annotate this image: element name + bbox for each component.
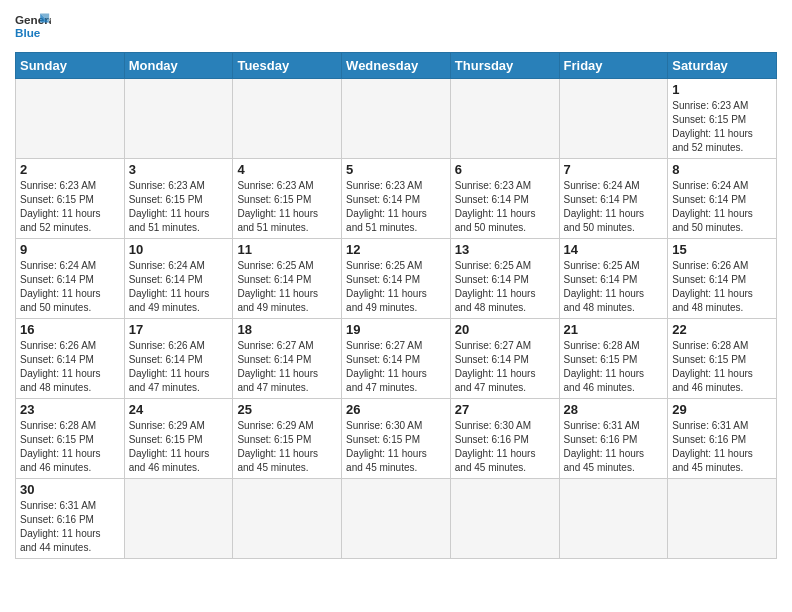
day-info: Sunrise: 6:23 AMSunset: 6:15 PMDaylight:… [129, 179, 229, 235]
day-number: 10 [129, 242, 229, 257]
day-info: Sunrise: 6:28 AMSunset: 6:15 PMDaylight:… [20, 419, 120, 475]
day-info: Sunrise: 6:24 AMSunset: 6:14 PMDaylight:… [129, 259, 229, 315]
calendar-cell: 22Sunrise: 6:28 AMSunset: 6:15 PMDayligh… [668, 319, 777, 399]
day-number: 20 [455, 322, 555, 337]
day-info: Sunrise: 6:24 AMSunset: 6:14 PMDaylight:… [564, 179, 664, 235]
day-info: Sunrise: 6:30 AMSunset: 6:16 PMDaylight:… [455, 419, 555, 475]
logo: General Blue [15, 10, 51, 46]
day-number: 2 [20, 162, 120, 177]
calendar-cell: 1Sunrise: 6:23 AMSunset: 6:15 PMDaylight… [668, 79, 777, 159]
calendar-cell [124, 79, 233, 159]
day-number: 17 [129, 322, 229, 337]
calendar-cell: 10Sunrise: 6:24 AMSunset: 6:14 PMDayligh… [124, 239, 233, 319]
day-number: 18 [237, 322, 337, 337]
calendar-week-4: 16Sunrise: 6:26 AMSunset: 6:14 PMDayligh… [16, 319, 777, 399]
calendar-cell: 13Sunrise: 6:25 AMSunset: 6:14 PMDayligh… [450, 239, 559, 319]
day-number: 24 [129, 402, 229, 417]
day-info: Sunrise: 6:29 AMSunset: 6:15 PMDaylight:… [129, 419, 229, 475]
day-info: Sunrise: 6:24 AMSunset: 6:14 PMDaylight:… [20, 259, 120, 315]
day-header-sunday: Sunday [16, 53, 125, 79]
day-number: 25 [237, 402, 337, 417]
calendar-cell: 29Sunrise: 6:31 AMSunset: 6:16 PMDayligh… [668, 399, 777, 479]
calendar-cell: 6Sunrise: 6:23 AMSunset: 6:14 PMDaylight… [450, 159, 559, 239]
day-info: Sunrise: 6:30 AMSunset: 6:15 PMDaylight:… [346, 419, 446, 475]
day-info: Sunrise: 6:24 AMSunset: 6:14 PMDaylight:… [672, 179, 772, 235]
day-number: 3 [129, 162, 229, 177]
day-header-tuesday: Tuesday [233, 53, 342, 79]
calendar-cell [450, 79, 559, 159]
day-number: 4 [237, 162, 337, 177]
day-info: Sunrise: 6:23 AMSunset: 6:15 PMDaylight:… [672, 99, 772, 155]
day-info: Sunrise: 6:23 AMSunset: 6:15 PMDaylight:… [237, 179, 337, 235]
day-header-friday: Friday [559, 53, 668, 79]
calendar-cell: 28Sunrise: 6:31 AMSunset: 6:16 PMDayligh… [559, 399, 668, 479]
calendar-cell: 7Sunrise: 6:24 AMSunset: 6:14 PMDaylight… [559, 159, 668, 239]
calendar-week-5: 23Sunrise: 6:28 AMSunset: 6:15 PMDayligh… [16, 399, 777, 479]
calendar-cell: 24Sunrise: 6:29 AMSunset: 6:15 PMDayligh… [124, 399, 233, 479]
calendar-cell: 21Sunrise: 6:28 AMSunset: 6:15 PMDayligh… [559, 319, 668, 399]
day-number: 6 [455, 162, 555, 177]
day-number: 23 [20, 402, 120, 417]
day-number: 27 [455, 402, 555, 417]
day-number: 14 [564, 242, 664, 257]
day-number: 8 [672, 162, 772, 177]
day-header-thursday: Thursday [450, 53, 559, 79]
calendar-cell: 17Sunrise: 6:26 AMSunset: 6:14 PMDayligh… [124, 319, 233, 399]
calendar-cell: 12Sunrise: 6:25 AMSunset: 6:14 PMDayligh… [342, 239, 451, 319]
logo-icon: General Blue [15, 10, 51, 46]
day-header-wednesday: Wednesday [342, 53, 451, 79]
day-info: Sunrise: 6:23 AMSunset: 6:14 PMDaylight:… [346, 179, 446, 235]
header: General Blue [15, 10, 777, 46]
calendar-cell [559, 479, 668, 559]
calendar-header-row: SundayMondayTuesdayWednesdayThursdayFrid… [16, 53, 777, 79]
day-number: 5 [346, 162, 446, 177]
day-info: Sunrise: 6:23 AMSunset: 6:14 PMDaylight:… [455, 179, 555, 235]
calendar-cell: 11Sunrise: 6:25 AMSunset: 6:14 PMDayligh… [233, 239, 342, 319]
svg-text:Blue: Blue [15, 26, 41, 39]
day-info: Sunrise: 6:26 AMSunset: 6:14 PMDaylight:… [129, 339, 229, 395]
day-number: 19 [346, 322, 446, 337]
day-number: 13 [455, 242, 555, 257]
calendar-cell: 23Sunrise: 6:28 AMSunset: 6:15 PMDayligh… [16, 399, 125, 479]
day-info: Sunrise: 6:31 AMSunset: 6:16 PMDaylight:… [672, 419, 772, 475]
day-info: Sunrise: 6:28 AMSunset: 6:15 PMDaylight:… [672, 339, 772, 395]
calendar-cell: 25Sunrise: 6:29 AMSunset: 6:15 PMDayligh… [233, 399, 342, 479]
calendar-cell: 14Sunrise: 6:25 AMSunset: 6:14 PMDayligh… [559, 239, 668, 319]
day-info: Sunrise: 6:31 AMSunset: 6:16 PMDaylight:… [564, 419, 664, 475]
calendar-cell: 15Sunrise: 6:26 AMSunset: 6:14 PMDayligh… [668, 239, 777, 319]
day-info: Sunrise: 6:29 AMSunset: 6:15 PMDaylight:… [237, 419, 337, 475]
day-info: Sunrise: 6:31 AMSunset: 6:16 PMDaylight:… [20, 499, 120, 555]
day-info: Sunrise: 6:25 AMSunset: 6:14 PMDaylight:… [564, 259, 664, 315]
day-number: 21 [564, 322, 664, 337]
calendar-cell: 9Sunrise: 6:24 AMSunset: 6:14 PMDaylight… [16, 239, 125, 319]
day-info: Sunrise: 6:26 AMSunset: 6:14 PMDaylight:… [20, 339, 120, 395]
calendar-cell [342, 79, 451, 159]
day-number: 29 [672, 402, 772, 417]
day-info: Sunrise: 6:27 AMSunset: 6:14 PMDaylight:… [346, 339, 446, 395]
day-number: 1 [672, 82, 772, 97]
day-number: 12 [346, 242, 446, 257]
day-info: Sunrise: 6:27 AMSunset: 6:14 PMDaylight:… [237, 339, 337, 395]
day-number: 9 [20, 242, 120, 257]
calendar-cell: 19Sunrise: 6:27 AMSunset: 6:14 PMDayligh… [342, 319, 451, 399]
calendar-cell: 4Sunrise: 6:23 AMSunset: 6:15 PMDaylight… [233, 159, 342, 239]
day-info: Sunrise: 6:25 AMSunset: 6:14 PMDaylight:… [346, 259, 446, 315]
calendar: SundayMondayTuesdayWednesdayThursdayFrid… [15, 52, 777, 559]
calendar-cell: 20Sunrise: 6:27 AMSunset: 6:14 PMDayligh… [450, 319, 559, 399]
day-header-saturday: Saturday [668, 53, 777, 79]
day-header-monday: Monday [124, 53, 233, 79]
day-number: 11 [237, 242, 337, 257]
day-info: Sunrise: 6:25 AMSunset: 6:14 PMDaylight:… [237, 259, 337, 315]
calendar-cell [233, 479, 342, 559]
calendar-cell: 5Sunrise: 6:23 AMSunset: 6:14 PMDaylight… [342, 159, 451, 239]
calendar-week-1: 1Sunrise: 6:23 AMSunset: 6:15 PMDaylight… [16, 79, 777, 159]
day-number: 28 [564, 402, 664, 417]
calendar-cell: 16Sunrise: 6:26 AMSunset: 6:14 PMDayligh… [16, 319, 125, 399]
calendar-cell [233, 79, 342, 159]
calendar-cell: 30Sunrise: 6:31 AMSunset: 6:16 PMDayligh… [16, 479, 125, 559]
day-number: 22 [672, 322, 772, 337]
day-number: 16 [20, 322, 120, 337]
day-info: Sunrise: 6:26 AMSunset: 6:14 PMDaylight:… [672, 259, 772, 315]
calendar-cell: 26Sunrise: 6:30 AMSunset: 6:15 PMDayligh… [342, 399, 451, 479]
calendar-cell [16, 79, 125, 159]
